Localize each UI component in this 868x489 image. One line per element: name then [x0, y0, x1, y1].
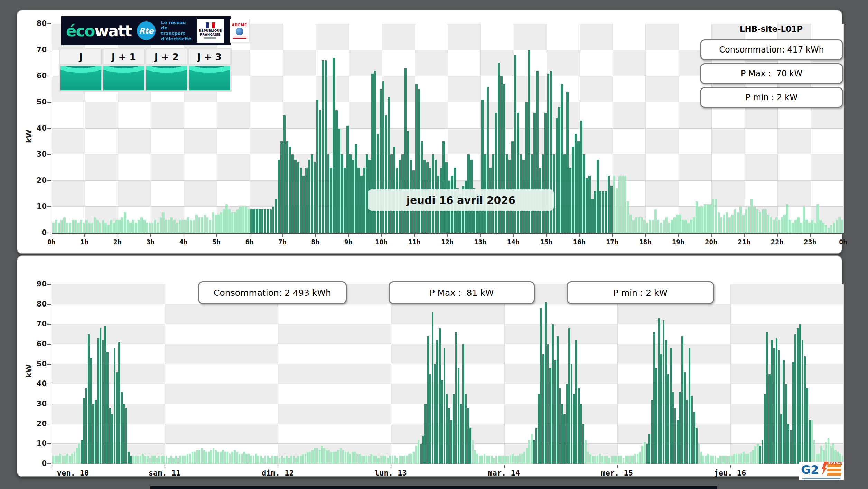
ecowatt-gauge-green-j1[interactable]: [103, 66, 144, 91]
bar: [74, 452, 76, 464]
bar: [726, 456, 728, 464]
bar: [559, 388, 561, 464]
bar: [102, 220, 104, 233]
bar: [665, 217, 668, 233]
bar: [588, 176, 591, 233]
x-tick: [843, 234, 844, 237]
bar: [418, 89, 420, 233]
bar: [375, 456, 377, 464]
bar: [80, 220, 82, 233]
grid-cell: [514, 24, 547, 50]
daily-pmin-badge: P min : 2 kW: [700, 87, 843, 108]
bar: [153, 456, 156, 464]
y-tick: [47, 233, 51, 233]
ecowatt-gauge-green-j2[interactable]: [146, 66, 187, 91]
bar: [253, 209, 255, 233]
bar: [118, 342, 120, 464]
bar: [90, 358, 92, 464]
bar: [568, 328, 570, 464]
bar: [696, 201, 698, 233]
bar: [557, 336, 559, 464]
bar: [349, 154, 352, 233]
x-tick-label: 0h: [47, 238, 56, 246]
grid-cell: [283, 50, 316, 76]
grid-cell: [481, 24, 514, 50]
y-tick-label: 0: [27, 459, 47, 468]
grid-cell: [85, 154, 118, 181]
bar: [325, 60, 327, 233]
bar: [358, 454, 361, 464]
bar: [259, 209, 261, 233]
bar: [702, 456, 704, 464]
bar: [816, 204, 819, 233]
grid-cell: [250, 50, 283, 76]
bar: [566, 92, 569, 233]
bar: [587, 452, 589, 464]
day-tab-j2[interactable]: J + 2: [146, 49, 187, 64]
bar: [787, 424, 790, 464]
grid-cell: [646, 76, 679, 102]
ecowatt-gauge-green-j[interactable]: [60, 66, 102, 91]
bar: [198, 217, 200, 233]
x-tick: [216, 234, 217, 237]
x-tick: [711, 234, 712, 237]
bar: [217, 215, 220, 233]
grid-cell: [382, 24, 415, 50]
bar: [111, 414, 113, 464]
bar: [811, 220, 813, 233]
x-tick: [546, 234, 547, 237]
bar: [754, 446, 756, 464]
bar: [838, 217, 841, 233]
bar: [679, 215, 681, 233]
grid-cell: [731, 364, 844, 384]
bar: [421, 141, 423, 233]
bar: [663, 320, 665, 464]
bar: [549, 368, 551, 464]
day-tab-j[interactable]: J: [60, 49, 102, 64]
x-tick-label: 2h: [113, 238, 122, 246]
bar: [229, 454, 231, 464]
bar: [151, 223, 154, 233]
bar: [154, 220, 157, 233]
bar: [297, 456, 299, 464]
ecowatt-gauge-green-j3[interactable]: [189, 66, 230, 91]
bar: [100, 328, 102, 464]
y-tick: [47, 364, 51, 365]
day-tab-j3[interactable]: J + 3: [189, 49, 230, 64]
grid-cell: [52, 344, 165, 364]
bar: [646, 223, 648, 233]
bar: [690, 220, 692, 233]
bar: [814, 223, 816, 233]
bar: [356, 454, 358, 464]
bar: [192, 452, 194, 464]
weekly-chart-x-axis: ven. 10sam. 11dim. 12lun. 13mar. 14mer. …: [52, 465, 843, 476]
x-tick-label: dim. 12: [262, 469, 294, 477]
weekly-chart-panel: ven. 10sam. 11dim. 12lun. 13mar. 14mer. …: [17, 255, 842, 477]
bar: [326, 450, 328, 464]
bar: [505, 456, 507, 464]
bar: [264, 456, 267, 464]
bar: [608, 458, 610, 464]
bar: [523, 452, 525, 464]
grid-cell: [547, 24, 580, 50]
bar: [429, 374, 431, 464]
bar: [704, 204, 706, 233]
grid-cell: [391, 344, 504, 364]
bar: [113, 223, 115, 233]
grid-cell: [731, 324, 844, 344]
bar: [533, 440, 535, 464]
day-tab-j1[interactable]: J + 1: [103, 49, 144, 64]
bar: [311, 450, 314, 464]
bar: [380, 456, 382, 464]
bar: [74, 220, 77, 233]
bar: [217, 452, 219, 464]
bar: [308, 160, 310, 233]
bar: [651, 400, 653, 464]
bar: [799, 324, 801, 464]
bar: [832, 444, 834, 464]
grid-cell: [679, 154, 712, 181]
grid-cell: [165, 404, 278, 424]
bar: [227, 452, 229, 464]
bar: [684, 372, 686, 464]
bar: [181, 220, 184, 233]
